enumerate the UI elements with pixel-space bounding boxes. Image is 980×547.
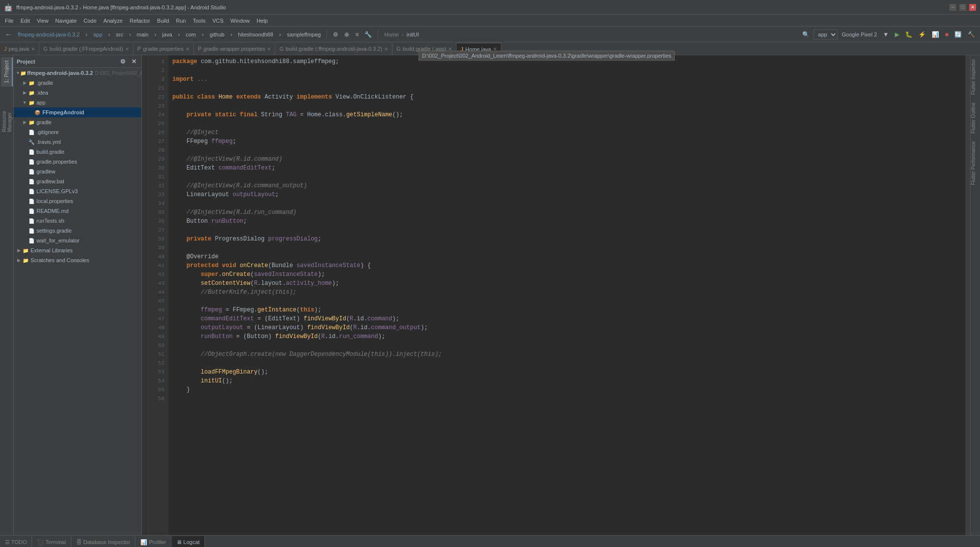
- flutter-inspector-label[interactable]: Flutter Inspector: [971, 55, 980, 99]
- path-src[interactable]: src: [114, 31, 125, 38]
- tree-license[interactable]: 📄 LICENSE.GPLv3: [14, 186, 141, 196]
- tree-gradlew[interactable]: 📄 gradlew: [14, 167, 141, 176]
- menu-navigate[interactable]: Navigate: [52, 17, 79, 25]
- tree-idea[interactable]: ▶ 📁 .idea: [14, 88, 141, 98]
- profile-button[interactable]: 📊: [930, 30, 941, 39]
- more-toolbar[interactable]: ⚡: [916, 30, 928, 39]
- toolbar-icon3[interactable]: ≡: [353, 30, 360, 39]
- path-main[interactable]: main: [135, 31, 151, 38]
- menu-window[interactable]: Window: [228, 17, 253, 25]
- tree-runtests[interactable]: 📄 runTests.sh: [14, 216, 141, 226]
- tree-settings-gradle[interactable]: 📄 settings.gradle: [14, 226, 141, 236]
- separator-arrow7: ›: [229, 31, 234, 38]
- back-button[interactable]: ←: [3, 30, 14, 39]
- device-dropdown[interactable]: ▼: [881, 30, 891, 39]
- bottom-tab-terminal[interactable]: ⬛ Terminal: [32, 536, 71, 547]
- stop-button[interactable]: ■: [943, 30, 950, 39]
- ln-46: 46: [149, 306, 164, 314]
- tree-build-gradle[interactable]: 📄 build.gradle: [14, 147, 141, 157]
- tab-close-bg1[interactable]: ✕: [125, 46, 129, 52]
- toolbar-icon4[interactable]: 🔧: [362, 30, 374, 39]
- tree-gradle2[interactable]: ▶ 📁 gradle: [14, 117, 141, 127]
- tree-readme[interactable]: 📄 README.md: [14, 206, 141, 216]
- tree-ffmpegandroid[interactable]: 📦 FFmpegAndroid: [14, 107, 141, 117]
- tab-peg-java[interactable]: J peg.java ✕: [0, 43, 39, 55]
- toolbar-icon1[interactable]: ⚙: [331, 30, 340, 39]
- sync-button[interactable]: 🔄: [952, 30, 964, 39]
- bottom-tab-profiler[interactable]: 📊 Profiler: [135, 536, 171, 547]
- tree-scratches[interactable]: ▶ 📁 Scratches and Consoles: [14, 255, 141, 265]
- tab-build-gradle-ffmpeg[interactable]: G build.gradle (:FFmpegAndroid) ✕: [39, 43, 133, 55]
- menu-build[interactable]: Build: [154, 17, 172, 25]
- ln-50: 50: [149, 341, 164, 350]
- title-bar-controls[interactable]: ─ □ ✕: [949, 4, 976, 11]
- gradle-button[interactable]: 🔨: [966, 30, 977, 39]
- tree-gitignore[interactable]: 📄 .gitignore: [14, 127, 141, 137]
- menu-view[interactable]: View: [34, 17, 52, 25]
- flutter-performance-label[interactable]: Flutter Performance: [971, 137, 980, 189]
- tree-travis[interactable]: 🔧 .travis.yml: [14, 137, 141, 147]
- tab-close-peg[interactable]: ✕: [31, 46, 35, 52]
- toolbar-search[interactable]: 🔍: [800, 30, 812, 39]
- tree-local-props[interactable]: 📄 local.properties: [14, 196, 141, 206]
- path-sampleffmpeg[interactable]: sampleffmpeg: [285, 31, 323, 38]
- path-app[interactable]: app: [91, 31, 104, 38]
- vertical-scrollbar[interactable]: [965, 55, 970, 535]
- tree-ext-libs[interactable]: ▶ 📁 External Libraries: [14, 245, 141, 255]
- sidebar-project-icon[interactable]: 1: Project: [1, 57, 13, 87]
- path-github[interactable]: github: [208, 31, 227, 38]
- tree-gradle-props[interactable]: 📄 gradle.properties: [14, 157, 141, 167]
- separator-arrow2: ›: [106, 31, 112, 38]
- tree-gradle[interactable]: ▶ 📁 .gradle: [14, 78, 141, 88]
- code-line-54: initUI();: [172, 376, 961, 385]
- title-bar: 🤖 ffmpeg-android-java-0.3.2 - Home.java …: [0, 0, 980, 15]
- ln-33: 33: [149, 190, 164, 199]
- toolbar-icon2[interactable]: ⊕: [342, 30, 351, 39]
- sidebar-resource-manager-icon[interactable]: Resource Manager: [0, 93, 14, 132]
- project-tree: ▼ 📁 ffmpeg-android-java-0.3.2 D:\002_Pro…: [14, 68, 141, 535]
- maximize-button[interactable]: □: [959, 4, 966, 11]
- close-button[interactable]: ✕: [969, 4, 976, 11]
- toolbar-tab-initui[interactable]: initUI: [406, 32, 419, 37]
- minimize-button[interactable]: ─: [949, 4, 956, 11]
- tab-build-gradle-main[interactable]: G build.gradle (:ffmpeg-android-java-0.3…: [275, 43, 392, 55]
- menu-analyze[interactable]: Analyze: [100, 17, 126, 25]
- menu-tools[interactable]: Tools: [190, 17, 208, 25]
- app-dropdown[interactable]: app: [814, 30, 838, 39]
- gitignore-label: .gitignore: [36, 129, 59, 135]
- readme-icon: 📄: [28, 208, 35, 214]
- menu-help[interactable]: Help: [254, 17, 271, 25]
- tree-root[interactable]: ▼ 📁 ffmpeg-android-java-0.3.2 D:\002_Pro…: [14, 68, 141, 78]
- tree-wait-emulator[interactable]: 📄 wait_for_emulator: [14, 236, 141, 245]
- menu-edit[interactable]: Edit: [18, 17, 33, 25]
- panel-settings[interactable]: ⚙: [118, 57, 128, 66]
- scratches-icon: 📁: [22, 258, 30, 263]
- run-button[interactable]: ▶: [893, 30, 901, 39]
- menu-run[interactable]: Run: [173, 17, 189, 25]
- flutter-outline-label[interactable]: Flutter Outline: [971, 99, 980, 137]
- tab-close-gw[interactable]: ✕: [267, 46, 271, 52]
- tab-close-gp[interactable]: ✕: [186, 46, 190, 52]
- root-arrow: ▼: [16, 70, 20, 75]
- menu-code[interactable]: Code: [81, 17, 99, 25]
- tree-app[interactable]: ▼ 📁 app: [14, 98, 141, 107]
- menu-file[interactable]: File: [2, 17, 17, 25]
- path-hitesh[interactable]: hiteshsondh88: [236, 31, 275, 38]
- tab-close-bgm[interactable]: ✕: [384, 46, 388, 52]
- bottom-tab-todo[interactable]: ☰ TODO: [0, 536, 32, 547]
- tree-gradlew-bat[interactable]: 📄 gradlew.bat: [14, 176, 141, 186]
- code-line-51: //ObjectGraph.create(new DaggerDependenc…: [172, 350, 961, 359]
- tab-gradle-properties[interactable]: P gradle.properties ✕: [133, 43, 194, 55]
- panel-close[interactable]: ✕: [130, 57, 138, 66]
- path-com[interactable]: com: [184, 31, 198, 38]
- code-text-area[interactable]: package com.github.hiteshsondhi88.sample…: [168, 55, 965, 535]
- ffmpeg-label: FFmpegAndroid: [42, 109, 84, 115]
- debug-button[interactable]: 🐛: [903, 30, 915, 39]
- menu-refactor[interactable]: Refactor: [127, 17, 153, 25]
- toolbar-tab-home[interactable]: Home: [384, 32, 398, 37]
- bottom-tab-logcat[interactable]: 🖥 Logcat: [171, 536, 205, 547]
- menu-vcs[interactable]: VCS: [209, 17, 227, 25]
- tab-gradle-wrapper[interactable]: P gradle-wrapper.properties ✕: [194, 43, 276, 55]
- bottom-tab-db-inspector[interactable]: 🗄 Database Inspector: [71, 536, 135, 547]
- path-java[interactable]: java: [160, 31, 174, 38]
